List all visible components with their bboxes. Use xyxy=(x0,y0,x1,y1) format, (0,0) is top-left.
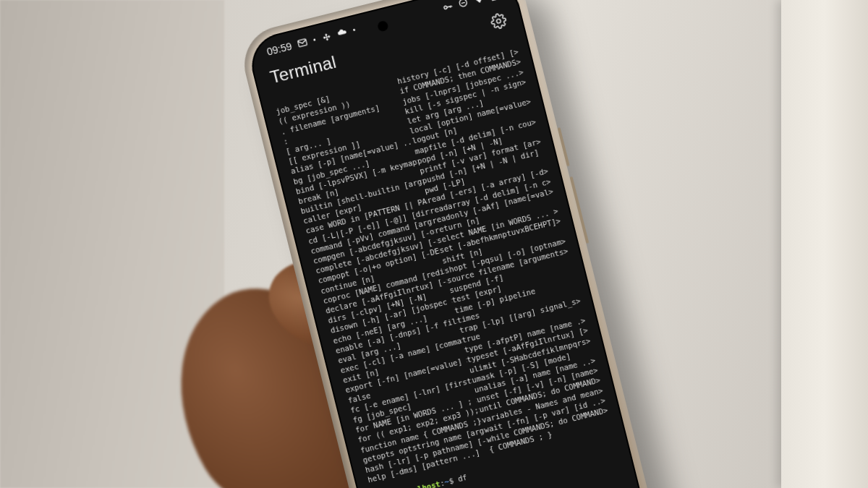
svg-point-2 xyxy=(443,5,447,9)
photo-scene: 09:59 • • Terminal xyxy=(0,0,868,488)
cloud-icon xyxy=(336,26,349,39)
mail-icon xyxy=(296,36,309,49)
notification-dot-icon-2: • xyxy=(352,26,357,35)
svg-point-3 xyxy=(459,0,467,7)
notification-dot-icon: • xyxy=(312,35,317,44)
svg-rect-4 xyxy=(490,0,497,1)
gear-icon[interactable] xyxy=(489,12,509,31)
do-not-disturb-icon xyxy=(456,0,469,9)
fan-icon xyxy=(320,31,333,43)
power-button xyxy=(558,127,570,166)
svg-point-1 xyxy=(326,36,328,38)
door-frame xyxy=(781,0,868,488)
wifi-icon xyxy=(472,0,485,6)
battery-icon xyxy=(488,0,499,2)
vpn-key-icon xyxy=(441,0,454,14)
svg-point-6 xyxy=(496,19,501,24)
